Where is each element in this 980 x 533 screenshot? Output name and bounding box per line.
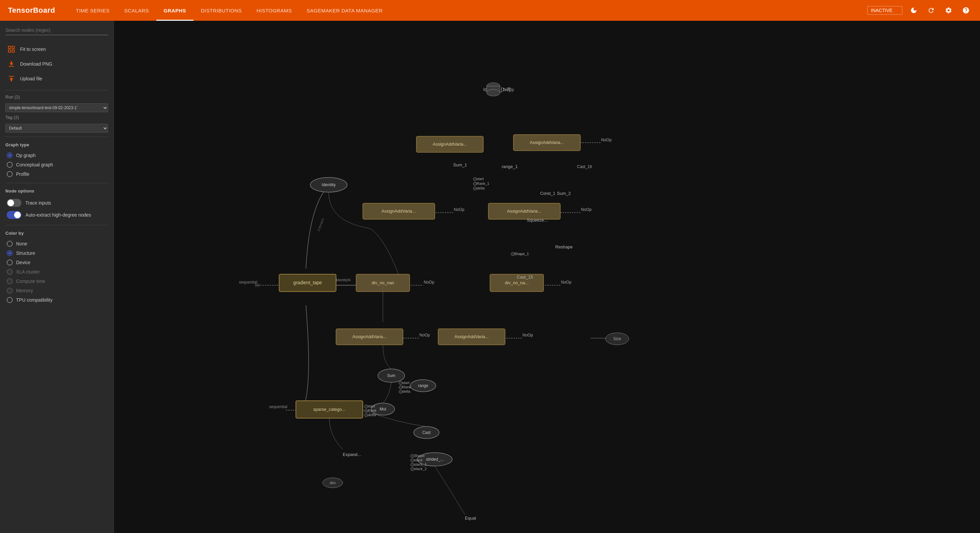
run-row: Run (2) (5, 94, 108, 101)
radio-structure-circle (7, 250, 13, 256)
upload-icon (7, 74, 16, 83)
fit-to-screen-button[interactable]: Fit to screen (5, 42, 108, 57)
edge-label-id: IdentityN (336, 278, 350, 282)
assign-add-mid-left-node[interactable]: AssignAddVaria... (363, 203, 435, 219)
radio-tpu-compat-circle (7, 297, 13, 303)
radio-memory[interactable]: Memory (5, 286, 108, 295)
gradient-tape-text: gradient_tape (293, 280, 322, 285)
assign-add-far-right-text: AssignAddVaria... (530, 140, 564, 145)
assign-add-mid-left-text: AssignAddVaria... (382, 208, 416, 213)
trace-inputs-toggle[interactable] (7, 199, 21, 207)
rank-label: Rank (402, 385, 411, 389)
assign-add-top-text: AssignAddVaria... (433, 142, 467, 146)
div-no-nan-left-text: div_no_nan (372, 280, 394, 285)
assign-add-low-left-node[interactable]: AssignAddVaria... (336, 329, 403, 345)
nav-histograms[interactable]: HISTOGRAMS (249, 0, 299, 21)
div-no-nan-right-text: div_no_na... (505, 280, 529, 285)
stack2-label: stack_2 (414, 467, 427, 471)
noop-label-mid: NoOp (454, 207, 465, 212)
svg-rect-6 (115, 21, 978, 533)
nav-time-series[interactable]: TIME SERIES (68, 0, 117, 21)
svg-rect-0 (8, 46, 11, 49)
trace-inputs-label: Trace inputs (25, 200, 51, 205)
noop-label-1: NoOp (424, 280, 434, 285)
assign-add-mid-right-node[interactable]: AssignAddVaria... (488, 203, 560, 219)
refresh-button[interactable] (925, 4, 937, 16)
radio-xla-cluster[interactable]: XLA cluster (5, 267, 108, 277)
shape1-text: Shape_1 (514, 252, 529, 256)
color-by-title: Color by (5, 231, 108, 236)
sum2-text: Sum_2 (557, 191, 571, 196)
delta2-label: delta (477, 186, 485, 190)
radio-op-graph-label: Op graph (16, 153, 35, 158)
strided-text: strided_... (426, 457, 444, 462)
search-input[interactable] (5, 26, 108, 35)
download-png-button[interactable]: Download PNG (5, 57, 108, 71)
upload-file-label: Upload file (20, 76, 42, 81)
const1-text: Const_1 (540, 191, 555, 196)
range1-text: range_1 (502, 164, 518, 169)
radio-structure-label: Structure (16, 250, 35, 256)
shape-dot (410, 454, 414, 458)
assign-add-low-left-text: AssignAddVaria... (352, 334, 387, 339)
mul-start-label: start (368, 404, 375, 408)
shape1-dot (511, 253, 514, 256)
run-status-select[interactable]: INACTIVE ACTIVE (867, 6, 902, 15)
nav-distributions[interactable]: DISTRIBUTIONS (194, 0, 249, 21)
radio-conceptual-graph[interactable]: Conceptual graph (5, 160, 108, 169)
svg-rect-4 (9, 66, 14, 67)
identity-node[interactable]: Identity (310, 177, 347, 192)
assign-add-low-right-node[interactable]: AssignAddVaria... (438, 329, 505, 345)
nav-graphs[interactable]: GRAPHS (156, 0, 194, 21)
main-layout: Fit to screen Download PNG Upload file R… (0, 21, 980, 533)
radio-structure[interactable]: Structure (5, 248, 108, 258)
radio-compute-time[interactable]: Compute time (5, 277, 108, 286)
theme-toggle-button[interactable] (908, 4, 920, 16)
assign-add-top-node[interactable]: AssignAddVaria... (416, 136, 483, 152)
run-label: Run (2) (5, 94, 20, 99)
graph-area[interactable]: sequential IdentityN NoOp NoOp NoOp NoOp (114, 21, 980, 533)
svg-rect-3 (12, 50, 14, 52)
gradient-tape-node[interactable]: gradient_tape (279, 274, 336, 292)
stack-dot (410, 459, 414, 462)
auto-extract-knob (14, 212, 21, 218)
radio-profile[interactable]: Profile (5, 169, 108, 179)
radio-device[interactable]: Device (5, 258, 108, 267)
run-select[interactable]: simple-tensorboard-test-09-02-2023-1` (5, 103, 108, 112)
radio-none[interactable]: None (5, 239, 108, 248)
svg-rect-5 (9, 76, 14, 77)
svg-rect-2 (8, 50, 11, 52)
graph-svg[interactable]: sequential IdentityN NoOp NoOp NoOp NoOp (114, 21, 980, 533)
assign-add-far-right-node[interactable]: AssignAddVaria... (514, 135, 581, 151)
seq-label-2: sequential (269, 404, 288, 409)
range-text: range (418, 383, 428, 388)
mul-delta-dot (364, 414, 368, 417)
stack1-dot (410, 463, 414, 466)
start-dot (399, 381, 402, 385)
nav-scalars[interactable]: SCALARS (117, 0, 156, 21)
tag-select[interactable]: Default (5, 124, 108, 132)
settings-button[interactable] (942, 4, 955, 16)
trace-inputs-knob (7, 199, 14, 206)
auto-extract-toggle[interactable] (7, 211, 21, 219)
sparse-categ-node[interactable]: sparse_catego... (296, 401, 363, 418)
size-text: Size (613, 336, 621, 341)
identity-text: Identity (321, 182, 336, 187)
upload-file-button[interactable]: Upload file (5, 71, 108, 86)
trace-inputs-toggle-row: Trace inputs (5, 197, 108, 209)
fit-to-screen-label: Fit to screen (20, 46, 46, 52)
radio-op-graph-circle (7, 152, 13, 158)
nav-sagemaker[interactable]: SAGEMAKER DATA MANAGER (299, 0, 390, 21)
help-button[interactable] (960, 4, 972, 16)
cast15-text: Cast_15 (517, 275, 533, 280)
cast-text: Cast (422, 430, 431, 435)
radio-tpu-compat[interactable]: TPU compatibility (5, 295, 108, 305)
radio-op-graph[interactable]: Op graph (5, 151, 108, 160)
radio-memory-circle (7, 288, 13, 294)
radio-none-label: None (16, 241, 27, 247)
mul-start-dot (364, 405, 368, 408)
node-options-title: Node options (5, 188, 108, 194)
delta-dot (399, 390, 402, 393)
download-icon (7, 59, 16, 68)
brand: TensorBoard (8, 6, 55, 15)
